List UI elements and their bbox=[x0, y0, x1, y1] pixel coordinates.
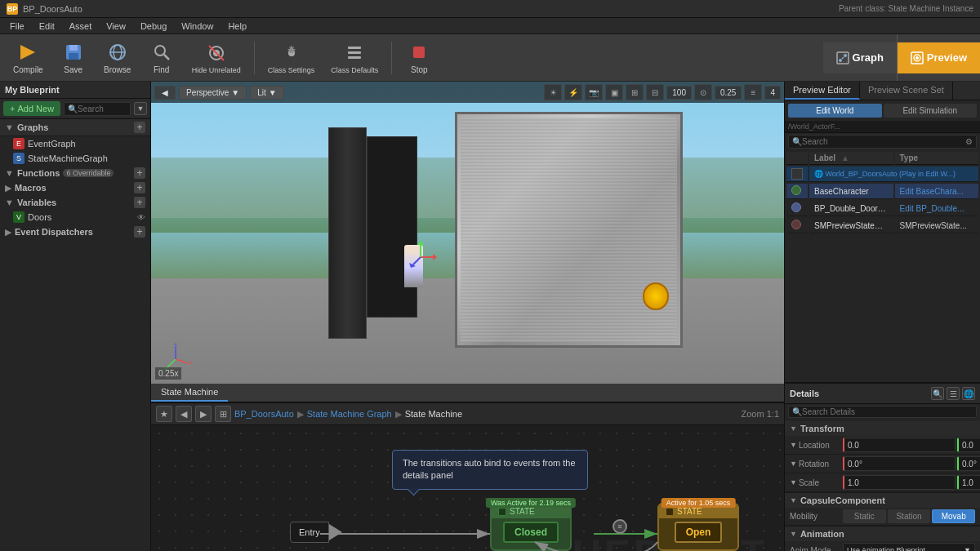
station-btn[interactable]: Station bbox=[888, 509, 931, 523]
entry-node[interactable]: Entry bbox=[290, 522, 342, 543]
vp-amount-btn[interactable]: ≡ bbox=[744, 84, 762, 100]
table-row[interactable]: BaseCharacter Edit BaseChara... bbox=[786, 184, 978, 199]
variable-eye-icon[interactable]: 👁 bbox=[137, 213, 145, 222]
svg-point-7 bbox=[155, 46, 165, 56]
graph-canvas[interactable]: BLUEPRINT The transitions auto bind to e… bbox=[151, 425, 784, 551]
table-row[interactable]: BP_Double_Doors-1 Edit BP_Double... bbox=[786, 201, 978, 216]
filter-icon[interactable]: ▼ bbox=[134, 102, 147, 115]
capsule-header[interactable]: ▼ CapsuleComponent bbox=[785, 493, 980, 508]
menu-edit[interactable]: Edit bbox=[33, 20, 61, 33]
transform-collapse-icon: ▼ bbox=[790, 424, 797, 433]
edit-world-btn[interactable]: Edit World bbox=[788, 104, 882, 118]
menu-asset[interactable]: Asset bbox=[63, 20, 99, 33]
preview-label: Preview bbox=[927, 51, 967, 64]
vp-tool-1[interactable]: ☀ bbox=[544, 84, 562, 100]
find-button[interactable]: Find bbox=[141, 38, 182, 78]
menu-window[interactable]: Window bbox=[175, 20, 220, 33]
graphs-add-btn[interactable]: + bbox=[134, 122, 145, 133]
vp-tool-3[interactable]: 📷 bbox=[585, 84, 603, 100]
preview-scene-tab[interactable]: Preview Scene Set bbox=[860, 82, 953, 100]
nav-back-btn[interactable]: ◀ bbox=[176, 406, 192, 422]
add-new-button[interactable]: + Add New bbox=[3, 101, 60, 116]
stop-button[interactable]: Stop bbox=[399, 38, 439, 78]
animation-header[interactable]: ▼ Animation bbox=[785, 527, 980, 541]
perspective-button[interactable]: Perspective ▼ bbox=[179, 86, 247, 100]
rotation-values: 🔒 bbox=[843, 456, 980, 471]
blueprint-search-box[interactable]: 🔍 bbox=[64, 102, 131, 116]
anim-mode-dropdown[interactable]: Use Animation Blueprint ▼ bbox=[843, 543, 975, 551]
variables-add-btn[interactable]: + bbox=[134, 197, 145, 208]
scale-y-input[interactable] bbox=[957, 475, 980, 490]
nav-fwd-btn[interactable]: ▶ bbox=[195, 406, 212, 422]
preview-button[interactable]: Preview bbox=[898, 42, 980, 73]
find-icon bbox=[150, 41, 173, 64]
rotation-x-input[interactable] bbox=[843, 456, 956, 471]
static-btn[interactable]: Static bbox=[843, 509, 886, 523]
details-search-input[interactable] bbox=[802, 407, 973, 416]
state-machine-tab[interactable]: State Machine bbox=[151, 384, 228, 402]
edit-simulation-btn[interactable]: Edit Simulation bbox=[884, 104, 978, 118]
table-row[interactable]: SMPreviewStateMachineActor1 SMPreviewSta… bbox=[786, 218, 978, 233]
details-world-icon[interactable]: 🌐 bbox=[962, 387, 975, 400]
event-graph-item[interactable]: E EventGraph bbox=[0, 136, 150, 151]
macros-section-header[interactable]: ▶ Macros + bbox=[0, 180, 150, 195]
perspective-label: Perspective bbox=[186, 88, 229, 97]
visibility-checkbox[interactable] bbox=[791, 168, 803, 180]
vp-tool-2[interactable]: ⚡ bbox=[564, 84, 582, 100]
class-settings-button[interactable]: Class Settings bbox=[261, 38, 322, 78]
event-dispatchers-add-btn[interactable]: + bbox=[134, 226, 145, 238]
add-dispatcher-icon: + bbox=[134, 226, 145, 238]
menu-view[interactable]: View bbox=[100, 20, 132, 33]
menu-help[interactable]: Help bbox=[221, 20, 253, 33]
vp-tool-4[interactable]: ▣ bbox=[605, 84, 623, 100]
graph-button[interactable]: Graph bbox=[823, 42, 897, 73]
compile-button[interactable]: Compile bbox=[7, 38, 50, 78]
scene-search-box[interactable]: 🔍 ⚙ bbox=[788, 135, 977, 149]
grid-btn[interactable]: ⊞ bbox=[215, 406, 231, 422]
location-y-input[interactable] bbox=[957, 438, 980, 452]
location-values: 🔒 bbox=[843, 438, 980, 452]
class-defaults-label: Class Defaults bbox=[331, 66, 378, 74]
save-button[interactable]: Save bbox=[53, 38, 94, 78]
menu-file[interactable]: File bbox=[3, 20, 31, 33]
blueprint-search-input[interactable] bbox=[78, 104, 127, 113]
state-machine-graph-item[interactable]: S StateMachineGraph bbox=[0, 151, 150, 166]
details-search-icon[interactable]: 🔍 bbox=[931, 387, 944, 400]
macros-add-btn[interactable]: + bbox=[134, 182, 145, 193]
details-filter-icon[interactable]: ☰ bbox=[947, 387, 960, 400]
functions-section-header[interactable]: ▼ Functions 6 Overridable + bbox=[0, 166, 150, 180]
vp-tool-5[interactable]: ⊞ bbox=[626, 84, 644, 100]
menu-debug[interactable]: Debug bbox=[134, 20, 173, 33]
zoom-label: Zoom 1:1 bbox=[742, 409, 779, 419]
open-state-node[interactable]: Active for 1.05 secs STATE Open bbox=[657, 503, 739, 551]
scene-search-settings[interactable]: ⚙ bbox=[965, 137, 973, 146]
closed-state-title: STATE bbox=[510, 507, 535, 516]
scene-search-input[interactable] bbox=[802, 137, 965, 146]
transform-header[interactable]: ▼ Transform bbox=[785, 421, 980, 436]
closed-to-open-connector-top[interactable] bbox=[612, 519, 627, 534]
functions-add-btn[interactable]: + bbox=[134, 167, 145, 179]
movab-btn[interactable]: Movab bbox=[932, 509, 975, 523]
lit-button[interactable]: Lit ▼ bbox=[250, 86, 283, 100]
vp-snap-btn[interactable]: ⊙ bbox=[694, 84, 712, 100]
closed-state-node[interactable]: Was Active for 2.19 secs STATE Closed bbox=[490, 503, 572, 551]
doors-variable-item[interactable]: V Doors 👁 bbox=[0, 210, 150, 224]
breadcrumb-1[interactable]: BP_DoorsAuto bbox=[234, 409, 294, 419]
row-vis-cell-3 bbox=[786, 201, 808, 216]
event-dispatchers-section-header[interactable]: ▶ Event Dispatchers + bbox=[0, 224, 150, 239]
browse-button[interactable]: Browse bbox=[97, 38, 138, 78]
location-x-input[interactable] bbox=[843, 438, 956, 452]
preview-editor-tab[interactable]: Preview Editor bbox=[785, 82, 860, 100]
class-defaults-button[interactable]: Class Defaults bbox=[324, 38, 385, 78]
hide-unrelated-button[interactable]: Hide Unrelated bbox=[185, 38, 247, 78]
viewport-nav-back[interactable]: ◀ bbox=[154, 86, 176, 100]
scale-x-input[interactable] bbox=[843, 475, 956, 490]
graphs-section-header[interactable]: ▼ Graphs + bbox=[0, 119, 150, 136]
vp-tool-6[interactable]: ⊟ bbox=[646, 84, 664, 100]
details-search-box[interactable]: 🔍 bbox=[788, 406, 977, 418]
table-row[interactable]: 🌐 World_BP_DoorsAuto (Play in Edit W...) bbox=[786, 167, 978, 182]
breadcrumb-2[interactable]: State Machine Graph bbox=[307, 409, 392, 419]
variables-section-header[interactable]: ▼ Variables + bbox=[0, 195, 150, 210]
rotation-y-input[interactable] bbox=[957, 456, 980, 471]
bookmark-btn[interactable]: ★ bbox=[156, 406, 172, 422]
